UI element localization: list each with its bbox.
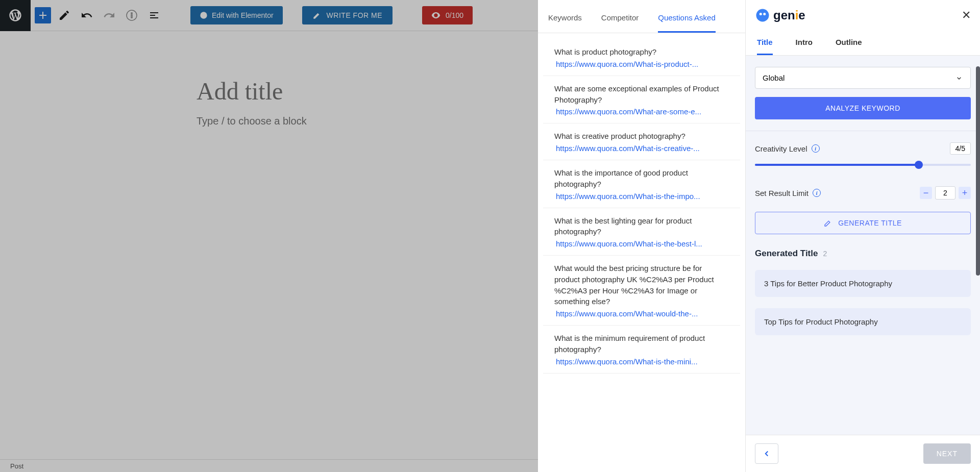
tab-intro[interactable]: Intro	[796, 31, 813, 55]
genie-panel: genie ✕ Title Intro Outline Global ANALY…	[746, 0, 980, 472]
svg-point-2	[760, 13, 762, 15]
question-link[interactable]: https://www.quora.com/What-is-the-impo..…	[554, 192, 729, 201]
svg-point-1	[756, 9, 769, 22]
generate-title-button[interactable]: GENERATE TITLE	[755, 212, 971, 234]
limit-value: 2	[935, 186, 955, 200]
research-tabs: Keywords Competitor Questions Asked	[538, 0, 745, 33]
question-item[interactable]: What is the minimum requirement of produ…	[543, 326, 740, 374]
edit-elementor-button[interactable]: Edit with Elementor	[190, 6, 283, 24]
chevron-left-icon	[762, 449, 771, 458]
question-item[interactable]: What is creative product photography?htt…	[543, 123, 740, 160]
slider-thumb[interactable]	[915, 161, 923, 169]
tab-keywords[interactable]: Keywords	[548, 13, 582, 33]
question-item[interactable]: What are some exceptional examples of Pr…	[543, 76, 740, 124]
question-link[interactable]: https://www.quora.com/What-are-some-e...	[554, 107, 729, 116]
tab-title[interactable]: Title	[757, 31, 773, 55]
undo-button[interactable]	[78, 6, 96, 24]
score-label: 0/100	[446, 11, 463, 19]
svg-point-0	[200, 12, 207, 18]
tab-questions-asked[interactable]: Questions Asked	[658, 13, 716, 33]
question-item[interactable]: What is the importance of good product p…	[543, 160, 740, 208]
genie-body: Global ANALYZE KEYWORD Creativity Level …	[746, 56, 980, 435]
question-text: What is creative product photography?	[554, 131, 729, 142]
tab-competitor[interactable]: Competitor	[601, 13, 639, 33]
question-item[interactable]: What is product photography?https://www.…	[543, 39, 740, 76]
creativity-slider[interactable]	[755, 164, 971, 166]
genie-tabs: Title Intro Outline	[746, 31, 980, 56]
svg-point-3	[763, 13, 766, 15]
write-for-me-button[interactable]: WRITE FOR ME	[302, 6, 393, 24]
question-link[interactable]: https://www.quora.com/What-would-the-...	[554, 309, 729, 318]
divider	[746, 131, 980, 131]
post-type-label: Post	[10, 462, 23, 470]
increase-button[interactable]: +	[959, 187, 971, 199]
next-button: NEXT	[923, 443, 971, 464]
questions-list[interactable]: What is product photography?https://www.…	[538, 33, 745, 472]
scrollbar-thumb[interactable]	[976, 66, 980, 276]
question-text: What would the best pricing structure be…	[554, 263, 729, 307]
region-value: Global	[763, 73, 785, 82]
generated-title-card[interactable]: Top Tips for Product Photography	[755, 308, 971, 335]
question-item[interactable]: What would the best pricing structure be…	[543, 256, 740, 326]
question-text: What is the best lighting gear for produ…	[554, 215, 729, 238]
genie-footer: NEXT	[746, 435, 980, 472]
research-panel: Keywords Competitor Questions Asked What…	[538, 0, 746, 472]
wordpress-logo[interactable]	[0, 0, 31, 31]
creativity-label: Creativity Level i	[755, 144, 820, 153]
pencil-icon	[824, 219, 832, 227]
question-text: What is the importance of good product p…	[554, 167, 729, 190]
close-panel-button[interactable]: ✕	[962, 9, 971, 22]
genie-header: genie ✕	[746, 0, 980, 31]
add-block-button[interactable]	[35, 7, 51, 23]
list-view-icon[interactable]	[145, 6, 163, 24]
result-limit-row: Set Result Limit i − 2 +	[755, 186, 971, 200]
result-limit-label: Set Result Limit i	[755, 189, 821, 197]
generated-results: 3 Tips for Better Product PhotographyTop…	[755, 270, 971, 335]
creativity-row: Creativity Level i 4/5	[755, 142, 971, 155]
question-link[interactable]: https://www.quora.com/What-is-the-best-l…	[554, 239, 729, 248]
genie-logo: genie	[755, 8, 805, 23]
generated-title-card[interactable]: 3 Tips for Better Product Photography	[755, 270, 971, 297]
tab-outline[interactable]: Outline	[836, 31, 862, 55]
analyze-keyword-button[interactable]: ANALYZE KEYWORD	[755, 97, 971, 119]
generated-title-heading: Generated Title 2	[755, 249, 971, 259]
region-select[interactable]: Global	[755, 67, 971, 89]
question-link[interactable]: https://www.quora.com/What-is-the-mini..…	[554, 357, 729, 366]
write-label: WRITE FOR ME	[327, 11, 382, 19]
result-limit-stepper: − 2 +	[920, 186, 971, 200]
slider-fill	[755, 164, 919, 166]
decrease-button[interactable]: −	[920, 187, 932, 199]
question-text: What are some exceptional examples of Pr…	[554, 83, 729, 106]
generated-count: 2	[823, 250, 827, 258]
genie-mascot-icon	[755, 8, 770, 23]
creativity-value: 4/5	[950, 142, 971, 155]
info-icon[interactable]: i	[812, 144, 820, 153]
back-button[interactable]	[755, 443, 778, 464]
elementor-label: Edit with Elementor	[212, 11, 274, 19]
edit-icon[interactable]	[55, 6, 74, 24]
question-link[interactable]: https://www.quora.com/What-is-creative-.…	[554, 144, 729, 153]
question-item[interactable]: What is the best lighting gear for produ…	[543, 208, 740, 256]
redo-button[interactable]	[100, 6, 118, 24]
question-text: What is product photography?	[554, 46, 729, 58]
seo-score-button[interactable]: 0/100	[422, 6, 473, 24]
info-icon[interactable]	[122, 6, 141, 24]
chevron-down-icon	[955, 74, 963, 82]
question-text: What is the minimum requirement of produ…	[554, 333, 729, 355]
info-icon[interactable]: i	[813, 189, 821, 197]
question-link[interactable]: https://www.quora.com/What-is-product-..…	[554, 60, 729, 68]
